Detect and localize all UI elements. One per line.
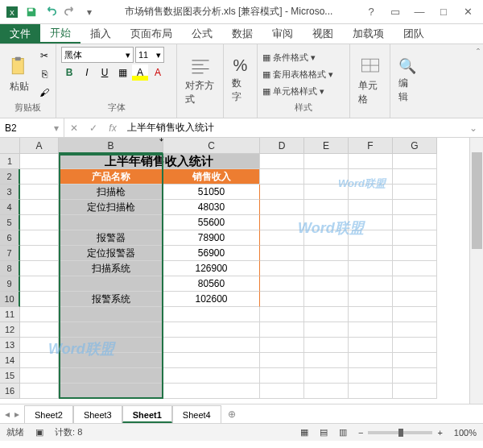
collapse-ribbon-icon[interactable]: ˆ (477, 48, 480, 59)
cell[interactable] (393, 368, 437, 384)
col-header-F[interactable]: F (349, 138, 393, 154)
maximize-icon[interactable]: □ (431, 3, 456, 21)
cell[interactable] (393, 185, 437, 200)
col-header-E[interactable]: E (304, 138, 349, 154)
row-header-16[interactable]: 16 (0, 384, 20, 399)
close-icon[interactable]: ✕ (456, 3, 480, 21)
tab-formula[interactable]: 公式 (182, 24, 222, 44)
view-normal-icon[interactable]: ▦ (300, 427, 308, 438)
view-break-icon[interactable]: ▥ (339, 427, 347, 438)
cell[interactable] (349, 384, 393, 399)
table-format-button[interactable]: ▦套用表格格式▾ (262, 66, 333, 82)
cell[interactable] (163, 368, 260, 384)
cell[interactable] (163, 384, 260, 399)
cell-styles-button[interactable]: ▦单元格样式▾ (262, 83, 333, 99)
formula-input[interactable]: 上半年销售收入统计 (122, 121, 464, 135)
cell[interactable] (349, 169, 393, 185)
cell[interactable] (393, 215, 437, 230)
row-header-14[interactable]: 14 (0, 353, 20, 368)
cell[interactable] (260, 185, 304, 200)
cell[interactable] (20, 261, 59, 276)
zoom-in-icon[interactable]: + (437, 428, 442, 438)
row-header-9[interactable]: 9 (0, 276, 20, 292)
tab-addins[interactable]: 加载项 (343, 24, 394, 44)
cell[interactable] (20, 322, 59, 338)
cell[interactable] (349, 338, 393, 353)
cell[interactable] (260, 154, 304, 169)
row-header-10[interactable]: 10 (0, 292, 20, 307)
italic-button[interactable]: I (79, 64, 95, 81)
cells-button[interactable]: 单元格 (355, 53, 385, 108)
cell[interactable]: 55600 (163, 215, 260, 230)
paste-button[interactable]: 粘贴 (5, 54, 34, 95)
cell[interactable] (260, 200, 304, 215)
cell[interactable] (304, 215, 349, 230)
cell[interactable] (20, 230, 59, 246)
cell[interactable]: 51050 (163, 185, 260, 200)
row-header-6[interactable]: 6 (0, 230, 20, 246)
cell[interactable] (260, 353, 304, 368)
cell[interactable] (304, 384, 349, 399)
undo-icon[interactable] (42, 3, 60, 21)
cell[interactable] (163, 322, 260, 338)
cell[interactable]: 126900 (163, 261, 260, 276)
cell[interactable] (393, 246, 437, 261)
cell[interactable] (393, 384, 437, 399)
cell[interactable] (304, 307, 349, 322)
font-size-select[interactable]: 11▾ (135, 47, 164, 63)
cell[interactable] (20, 353, 59, 368)
vertical-scrollbar[interactable] (469, 138, 483, 404)
cell[interactable] (393, 338, 437, 353)
cut-icon[interactable]: ✂ (36, 48, 52, 64)
border-button[interactable]: ▦ (114, 64, 130, 81)
cell[interactable] (20, 169, 59, 185)
cell[interactable] (349, 230, 393, 246)
cell[interactable] (59, 322, 163, 338)
cell[interactable] (20, 154, 59, 169)
cell[interactable] (304, 353, 349, 368)
tab-home[interactable]: 开始 (40, 24, 80, 44)
cell[interactable]: 上半年销售收入统计 (59, 154, 260, 169)
sheet-tab-Sheet4[interactable]: Sheet4 (172, 405, 221, 423)
redo-icon[interactable] (61, 3, 79, 21)
underline-button[interactable]: U (97, 64, 113, 81)
cell[interactable] (59, 384, 163, 399)
cell[interactable] (304, 230, 349, 246)
cell[interactable] (59, 307, 163, 322)
row-header-5[interactable]: 5 (0, 215, 20, 230)
cell[interactable] (260, 169, 304, 185)
cell[interactable] (304, 246, 349, 261)
cell[interactable]: 定位报警器 (59, 246, 163, 261)
cell[interactable] (260, 246, 304, 261)
font-color-button[interactable]: A (150, 64, 166, 81)
cell[interactable] (20, 185, 59, 200)
row-header-4[interactable]: 4 (0, 200, 20, 215)
cell[interactable] (260, 215, 304, 230)
select-all-corner[interactable] (0, 138, 20, 154)
cell[interactable] (163, 353, 260, 368)
cell[interactable]: 102600 (163, 292, 260, 307)
cell[interactable] (20, 307, 59, 322)
cell[interactable] (260, 384, 304, 399)
row-header-12[interactable]: 12 (0, 322, 20, 338)
cell[interactable] (163, 307, 260, 322)
tab-layout[interactable]: 页面布局 (121, 24, 182, 44)
cell[interactable] (349, 292, 393, 307)
cell[interactable] (260, 276, 304, 292)
sheet-tab-Sheet3[interactable]: Sheet3 (73, 405, 122, 423)
col-header-B[interactable]: B↓ (59, 138, 163, 154)
cancel-icon[interactable]: ✕ (64, 118, 84, 137)
help-icon[interactable]: ? (359, 3, 383, 21)
copy-icon[interactable]: ⎘ (36, 66, 52, 82)
save-icon[interactable] (23, 3, 40, 21)
status-record-icon[interactable]: ▣ (35, 427, 43, 438)
cell[interactable] (59, 338, 163, 353)
cell[interactable] (260, 292, 304, 307)
cell[interactable] (20, 292, 59, 307)
cell[interactable] (20, 246, 59, 261)
col-header-C[interactable]: C (163, 138, 260, 154)
ribbon-options-icon[interactable]: ▭ (383, 3, 407, 21)
cell[interactable] (393, 261, 437, 276)
editing-button[interactable]: 🔍编辑 (395, 56, 419, 106)
cell[interactable] (349, 154, 393, 169)
